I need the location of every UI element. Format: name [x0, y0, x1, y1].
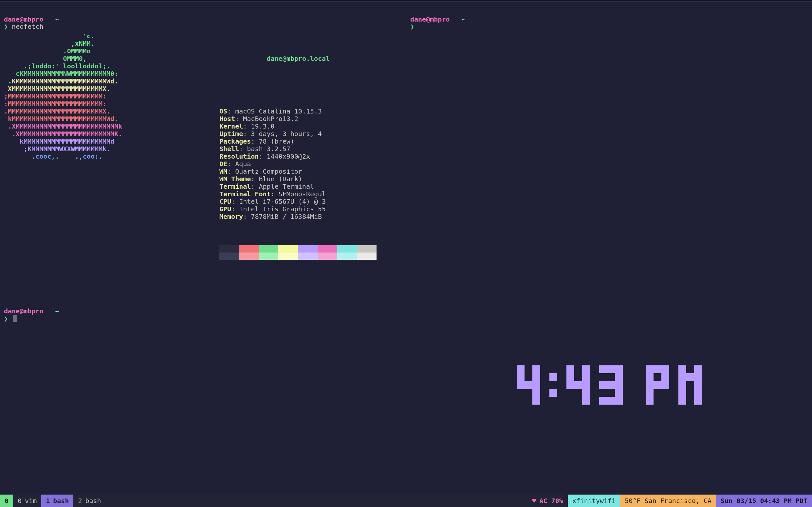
svg-rect-48 — [678, 389, 686, 397]
ascii-logo-line: .MMMMMMMMMMMMMMMMMMMMMMMMX. — [4, 108, 207, 115]
neofetch-value: bash 3.2.57 — [247, 145, 290, 153]
palette-swatch — [337, 245, 357, 260]
tmux-screen: dane@mbpro ~ ❯ neofetch 'c. ,xNMM. .OMMM… — [0, 0, 812, 507]
neofetch-sep: : — [243, 213, 251, 220]
prompt-host: mbpro — [23, 307, 43, 315]
ascii-logo-line: .XMMMMMMMMMMMMMMMMMMMMMMMMMMk — [4, 123, 207, 130]
svg-rect-34 — [646, 373, 654, 381]
prompt-block: dane@mbpro ~ ❯ neofetch — [4, 16, 402, 31]
svg-rect-45 — [694, 373, 702, 381]
tmux-status-bar: 0 0vim1bash2bash ♥ AC 70% xfinitywifi 50… — [0, 495, 812, 507]
titlebar-strip — [0, 0, 812, 2]
session-index: 0 — [5, 495, 8, 507]
palette-swatch — [357, 245, 376, 260]
right-column: dane@mbpro ~ ❯ — [406, 4, 812, 495]
neofetch-sep: : — [251, 137, 259, 145]
ascii-logo-line: :MMMMMMMMMMMMMMMMMMMMMMMM: — [4, 100, 207, 108]
svg-rect-51 — [694, 397, 702, 405]
neofetch-sep: : — [227, 160, 235, 168]
svg-rect-16 — [574, 381, 582, 389]
svg-rect-6 — [532, 381, 540, 389]
neofetch-key: WM — [219, 167, 227, 175]
svg-rect-28 — [599, 397, 607, 405]
svg-rect-40 — [646, 397, 654, 405]
neofetch-entry: Packages: 78 (brew) — [219, 138, 402, 145]
prompt-path: ~ — [55, 307, 59, 315]
svg-rect-44 — [686, 373, 694, 381]
command-text: neofetch — [12, 22, 43, 31]
neofetch-entry: Host: MacBookPro13,2 — [219, 115, 402, 123]
neofetch-key: Terminal — [219, 182, 251, 190]
neofetch-entry: Shell: bash 3.2.57 — [219, 145, 402, 153]
svg-rect-21 — [607, 365, 615, 373]
svg-rect-14 — [582, 373, 590, 381]
window-index: 0 — [18, 495, 21, 507]
svg-rect-37 — [654, 381, 661, 389]
neofetch-separator: ---------------- — [219, 85, 402, 93]
svg-rect-13 — [566, 373, 574, 381]
status-window-tab[interactable]: 2bash — [73, 495, 105, 507]
svg-rect-25 — [607, 381, 615, 389]
svg-rect-17 — [582, 381, 590, 389]
svg-rect-4 — [517, 381, 524, 389]
neofetch-entries: OS: macOS Catalina 10.15.3Host: MacBookP… — [219, 108, 402, 220]
pane-right-bottom-clock[interactable] — [406, 263, 812, 495]
ascii-logo-line: ,xNMM. — [4, 40, 207, 47]
neofetch-sep: : — [243, 130, 251, 138]
neofetch-key: WM Theme — [219, 175, 251, 183]
svg-rect-31 — [646, 365, 654, 373]
neofetch-value: Apple_Terminal — [259, 182, 314, 190]
prompt-ps1: dane@mbpro ~ — [4, 307, 59, 315]
neofetch-entry: Memory: 7878MiB / 16384MiB — [219, 213, 402, 220]
neofetch-value: Intel i7-6567U (4) @ 3 — [239, 198, 326, 206]
svg-rect-19 — [582, 397, 590, 405]
palette-swatch — [298, 245, 318, 260]
prompt-user: dane — [410, 15, 426, 23]
neofetch-ascii-logo: 'c. ,xNMM. .OMMMMo OMMM0, .;loddo:' lool… — [4, 33, 207, 275]
clock-time-group — [517, 365, 623, 405]
neofetch-sep: : — [259, 153, 266, 160]
neofetch-sep: : — [251, 175, 259, 183]
ascii-logo-line: 'c. — [4, 33, 207, 40]
status-datetime: Sun 03/15 04:43 PM PDT — [716, 495, 812, 507]
clock-ampm-group — [646, 365, 702, 405]
ascii-logo-line: .KMMMMMMMMMMMMMMMMMMMMMMMWd. — [4, 77, 207, 85]
neofetch-key: Host — [219, 115, 235, 123]
pane-right-top[interactable]: dane@mbpro ~ ❯ — [406, 4, 812, 263]
svg-rect-46 — [678, 381, 686, 389]
neofetch-key: GPU — [219, 205, 231, 213]
svg-rect-9 — [549, 373, 557, 381]
neofetch-value: SFMono-Regul — [278, 190, 326, 198]
neofetch-key: Kernel — [219, 122, 243, 130]
neofetch-key: Packages — [219, 137, 251, 145]
status-weather: 50°F San Francisco, CA — [620, 495, 716, 507]
battery-text: AC 70% — [539, 495, 563, 507]
neofetch-key: CPU — [219, 198, 231, 206]
pane-left[interactable]: dane@mbpro ~ ❯ neofetch 'c. ,xNMM. .OMMM… — [0, 4, 406, 495]
svg-rect-33 — [661, 365, 669, 373]
heart-icon: ♥ — [532, 495, 536, 507]
svg-rect-8 — [532, 397, 540, 405]
clock-digit — [599, 365, 623, 405]
svg-rect-18 — [582, 389, 590, 397]
neofetch-value: 7878MiB / 16384MiB — [251, 213, 322, 220]
status-session-index[interactable]: 0 — [0, 495, 13, 507]
prompt-user: dane — [4, 15, 20, 23]
ascii-logo-line: kMMMMMMMMMMMMMMMMMMMMMMd — [4, 138, 207, 145]
svg-rect-29 — [607, 397, 615, 405]
prompt-ps1: dane@mbpro ~ — [4, 15, 59, 23]
clock-letter — [646, 365, 669, 405]
neofetch-value: 78 (brew) — [259, 137, 294, 145]
window-name: vim — [25, 495, 37, 507]
window-index: 1 — [46, 495, 50, 507]
neofetch-color-palette — [219, 245, 402, 260]
prompt-user: dane — [4, 307, 20, 315]
prompt-block: dane@mbpro ~ ❯ — [410, 16, 808, 31]
neofetch-value: 19.3.0 — [251, 122, 274, 130]
prompt-ps1: dane@mbpro ~ — [410, 15, 466, 23]
ascii-logo-line: ;KMMMMMMMWXXWMMMMMMMk. — [4, 145, 207, 153]
svg-rect-38 — [661, 381, 669, 389]
status-window-tab[interactable]: 1bash — [41, 495, 73, 507]
neofetch-sep: : — [227, 167, 235, 175]
status-window-tab[interactable]: 0vim — [13, 495, 41, 507]
